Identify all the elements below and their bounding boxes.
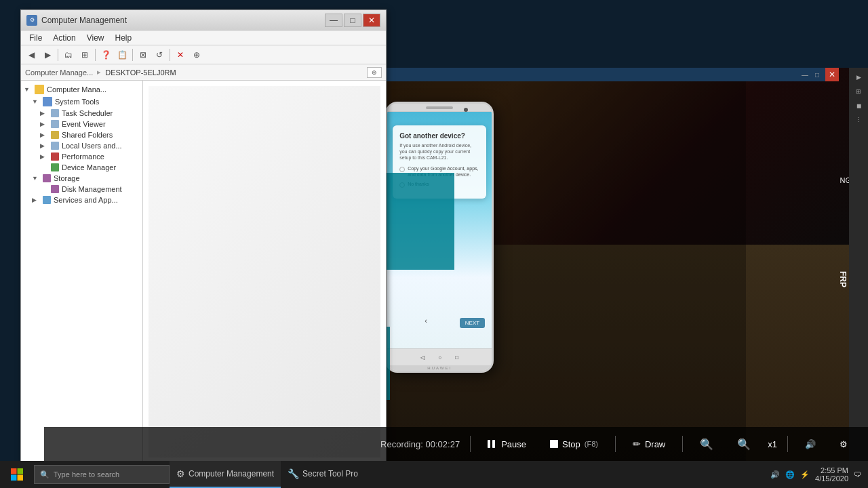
- tray-icon-3: ⚡: [800, 470, 810, 479]
- frp-label: FRP: [838, 271, 848, 287]
- pause-button[interactable]: Pause: [481, 436, 533, 453]
- svg-rect-2: [11, 475, 17, 481]
- draw-button[interactable]: ✏ Draw: [626, 435, 672, 453]
- tree-item-performance[interactable]: ▶ Performance: [21, 151, 142, 162]
- phone-brand-area: HUAWEI: [387, 365, 492, 371]
- toolbar-back[interactable]: ◀: [24, 47, 39, 62]
- tree-expand-users: ▶: [40, 142, 48, 149]
- phone-speaker: [387, 104, 492, 112]
- tray-notification[interactable]: 🗨: [854, 470, 861, 479]
- phone-nav-bar: ◁ ○ □: [387, 348, 492, 365]
- menu-action[interactable]: Action: [47, 32, 81, 44]
- rec-separator-3: [682, 436, 683, 452]
- tree-item-task-scheduler[interactable]: ▶ Task Scheduler: [21, 108, 142, 119]
- tray-time: 2:55 PM: [815, 466, 848, 474]
- tree-expand-task: ▶: [40, 110, 48, 117]
- tree-icon-system: [43, 97, 52, 106]
- tree-expand-event: ▶: [40, 121, 48, 127]
- tree-expand-system: ▼: [32, 98, 40, 105]
- tree-item-local-users[interactable]: ▶ Local Users and...: [21, 140, 142, 151]
- taskbar: 🔍 Type here to search ⚙ Computer Managem…: [0, 461, 868, 488]
- phone-dialog-description: If you use another Android device, you c…: [399, 142, 479, 161]
- phone-dialog-title: Got another device?: [399, 132, 479, 140]
- toolbar-export[interactable]: ⊕: [189, 47, 204, 62]
- stop-label: Stop: [562, 439, 580, 449]
- cm-main-area: [143, 81, 386, 463]
- cm-minimize-button[interactable]: —: [325, 14, 342, 27]
- tree-item-services[interactable]: ▶ Services and App...: [21, 195, 142, 205]
- tree-item-system-tools[interactable]: ▼ System Tools: [21, 96, 142, 108]
- toolbar-separator-4: [170, 49, 170, 61]
- tree-icon-users: [51, 142, 59, 150]
- toolbar-refresh[interactable]: ↺: [152, 47, 167, 62]
- tree-item-shared-folders[interactable]: ▶ Shared Folders: [21, 129, 142, 140]
- svg-rect-0: [11, 468, 17, 474]
- tree-item-storage[interactable]: ▼ Storage: [21, 173, 142, 184]
- toolbar-delete[interactable]: ✕: [173, 47, 188, 62]
- tree-item-device-manager[interactable]: Device Manager: [21, 162, 142, 173]
- toolbar-show-hide[interactable]: ⊞: [77, 47, 92, 62]
- taskbar-item-secret[interactable]: 🔧 Secret Tool Pro: [281, 461, 365, 488]
- tree-expand-perf: ▶: [40, 153, 48, 160]
- cm-title: Computer Management: [41, 16, 321, 25]
- cm-content: ▼ Computer Mana... ▼ System Tools ▶ Task…: [21, 81, 386, 463]
- address-arrow[interactable]: ⊕: [367, 67, 382, 78]
- close-recording-button[interactable]: ✕: [825, 68, 839, 81]
- stop-button[interactable]: Stop (F8): [543, 436, 605, 453]
- strip-btn-3[interactable]: ◼: [851, 100, 866, 112]
- toolbar-help[interactable]: ❓: [98, 47, 113, 62]
- toolbar-separator-2: [95, 49, 96, 61]
- pause-label: Pause: [501, 439, 526, 449]
- strip-btn-2[interactable]: ⊞: [851, 85, 866, 98]
- toolbar-up[interactable]: 🗂: [61, 47, 76, 62]
- svg-rect-3: [18, 475, 24, 481]
- tree-label-services: Services and App...: [54, 196, 118, 204]
- toolbar-new-window[interactable]: ⊠: [136, 47, 151, 62]
- tree-label-event: Event Viewer: [62, 120, 106, 128]
- stop-shortcut: (F8): [585, 440, 598, 448]
- address-label: Computer Manage...: [25, 68, 93, 77]
- strip-btn-4[interactable]: ⋮: [851, 114, 866, 126]
- start-button[interactable]: [0, 461, 34, 488]
- settings-button[interactable]: ⚙: [833, 436, 854, 453]
- tree-root[interactable]: ▼ Computer Mana...: [21, 83, 142, 96]
- recording-time: Recording: 00:02:27: [380, 439, 460, 449]
- tree-label-perf: Performance: [62, 152, 104, 161]
- secondary-maximize[interactable]: □: [813, 71, 821, 79]
- menu-file[interactable]: File: [24, 32, 47, 44]
- taskbar-search[interactable]: 🔍 Type here to search: [34, 465, 170, 484]
- draw-label: Draw: [645, 439, 665, 449]
- zoom-out-button[interactable]: 🔍: [730, 434, 757, 454]
- speaker-button[interactable]: 🔊: [798, 436, 823, 453]
- tree-icon-task: [51, 109, 59, 117]
- secret-taskbar-label: Secret Tool Pro: [302, 469, 358, 479]
- cm-maximize-button[interactable]: □: [344, 14, 361, 27]
- toolbar-forward[interactable]: ▶: [40, 47, 55, 62]
- rec-separator-1: [470, 436, 471, 452]
- tray-clock[interactable]: 2:55 PM 4/15/2020: [815, 466, 848, 483]
- tree-icon-storage: [43, 174, 51, 182]
- tree-item-disk-management[interactable]: Disk Management: [21, 184, 142, 195]
- zoom-in-button[interactable]: 🔍: [693, 434, 720, 454]
- toolbar-properties[interactable]: 📋: [115, 47, 130, 62]
- tree-expand-storage: ▼: [32, 175, 40, 182]
- cm-toolbar: ◀ ▶ 🗂 ⊞ ❓ 📋 ⊠ ↺ ✕ ⊕: [21, 45, 386, 64]
- strip-btn-1[interactable]: ▶: [851, 71, 866, 83]
- tree-label-shared: Shared Folders: [62, 131, 113, 139]
- cm-close-button[interactable]: ✕: [363, 14, 380, 27]
- menu-view[interactable]: View: [81, 32, 110, 44]
- tree-item-event-viewer[interactable]: ▶ Event Viewer: [21, 119, 142, 129]
- tree-label-task: Task Scheduler: [62, 109, 113, 117]
- tree-icon-disk: [51, 185, 59, 193]
- menu-help[interactable]: Help: [110, 32, 138, 44]
- windows-logo-icon: [10, 468, 24, 481]
- tree-icon-root: [35, 85, 44, 94]
- tree-label-disk: Disk Management: [62, 185, 122, 193]
- zoom-level: x1: [768, 439, 777, 449]
- cm-taskbar-label: Computer Management: [189, 469, 274, 479]
- secondary-minimize[interactable]: —: [800, 71, 810, 79]
- tray-icon-2: 🌐: [785, 470, 795, 479]
- taskbar-item-cm[interactable]: ⚙ Computer Management: [170, 461, 281, 488]
- cm-titlebar: ⚙ Computer Management — □ ✕: [21, 10, 386, 30]
- computer-management-window: ⚙ Computer Management — □ ✕ File Action …: [20, 9, 387, 477]
